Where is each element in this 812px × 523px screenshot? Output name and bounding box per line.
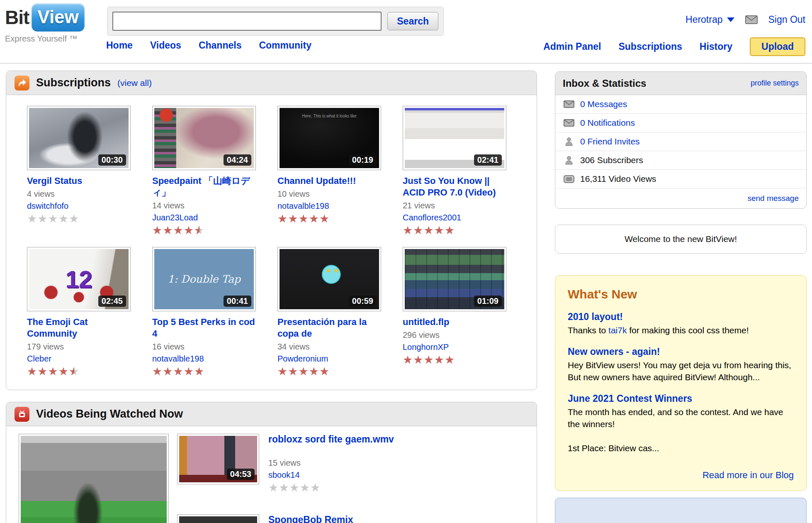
nav-home[interactable]: Home	[106, 40, 133, 51]
whats-new-box: What's New 2010 layout! Thanks to tai7k …	[555, 275, 807, 491]
video-uploader-link[interactable]: notavalble198	[152, 354, 277, 364]
news-item-heading-link[interactable]: New owners - again!	[568, 346, 660, 357]
video-title-link[interactable]: Channel Update!!!	[277, 175, 381, 188]
upload-button[interactable]: Upload	[750, 37, 805, 56]
inbox-messages-row: 0 Messages	[555, 95, 806, 114]
search-button[interactable]: Search	[387, 12, 438, 30]
video-views: 16 views	[152, 342, 277, 352]
nav-admin-panel[interactable]: Admin Panel	[543, 41, 601, 52]
video-rating-stars: ★★★★★	[277, 213, 330, 225]
logo-tagline: Express Yourself ™	[5, 34, 92, 44]
video-thumbnail[interactable]	[177, 514, 259, 523]
video-thumbnail[interactable]: 04:53	[177, 434, 259, 484]
read-more-blog-link[interactable]: Read more in our Blog	[568, 470, 794, 481]
video-rating-stars: ★★★★★	[277, 366, 330, 377]
video-views: 296 views	[403, 330, 528, 340]
logo-bit-text: Bit	[5, 6, 29, 29]
video-rating-stars: ★★★★★	[403, 225, 455, 236]
news-item-body: The month has ended, and so the contest.…	[568, 406, 794, 430]
news-item: June 2021 Contest Winners The month has …	[568, 393, 794, 430]
video-uploader-link[interactable]: dswitchfofo	[27, 201, 152, 211]
nav-history[interactable]: History	[700, 41, 732, 52]
news-body-text: Thanks to	[568, 325, 608, 335]
messages-link[interactable]: 0 Messages	[580, 99, 627, 109]
video-uploader-link[interactable]: Canoflores2001	[403, 213, 528, 222]
tai7k-user-link[interactable]: tai7k	[608, 325, 627, 335]
nav-videos[interactable]: Videos	[150, 40, 181, 51]
featured-video-thumbnail[interactable]: 02:55	[19, 434, 169, 523]
video-title-link[interactable]: robloxz sord fite gaem.wmv	[268, 434, 442, 445]
video-thumbnail[interactable]: 02:41	[403, 106, 506, 170]
video-duration-badge: 00:19	[349, 154, 377, 166]
video-uploader-link[interactable]: Powderonium	[277, 354, 403, 364]
video-thumbnail[interactable]: 12 02:45	[27, 247, 131, 311]
video-views: 15 views	[268, 458, 442, 468]
envelope-icon[interactable]	[745, 15, 758, 24]
news-item-heading-link[interactable]: June 2021 Contest Winners	[568, 393, 692, 404]
chevron-down-icon	[727, 17, 734, 22]
video-thumbnail[interactable]: 00:30	[27, 106, 131, 170]
video-thumbnail[interactable]: Here, This is what it looks like 00:19	[277, 106, 381, 170]
inbox-statistics-title: Inbox & Statistics	[563, 78, 646, 89]
username-label: Herotrap	[686, 14, 722, 25]
video-views: 4 views	[27, 189, 152, 199]
logo-view-badge: View	[32, 3, 84, 32]
nav-community[interactable]: Community	[259, 40, 311, 51]
person-icon	[563, 137, 575, 146]
video-title-link[interactable]: Top 5 Best Perks in cod 4	[152, 316, 256, 340]
inbox-notifications-row: 0 Notifications	[555, 114, 806, 132]
video-duration-badge: 01:09	[474, 296, 502, 307]
video-title-link[interactable]: Vergil Status	[27, 175, 131, 188]
watched-video-row: SpongeBob Remix	[177, 514, 442, 523]
video-duration-badge: 02:41	[474, 154, 502, 166]
inbox-statistics-panel: Inbox & Statistics profile settings 0 Me…	[555, 71, 807, 209]
video-views-count: 16,311 Video Views	[580, 174, 656, 184]
video-title-link[interactable]: Presentación para la copa de	[277, 316, 381, 340]
video-thumbnail[interactable]: 01:09	[403, 247, 506, 311]
subscriptions-title: Subscriptions	[36, 76, 111, 89]
video-duration-badge: 02:45	[98, 296, 126, 307]
video-uploader-link[interactable]: LonghornXP	[403, 342, 528, 352]
video-card: 02:41 Just So You Know || ACID PRO 7.0 (…	[403, 106, 528, 236]
thumbnail-art	[179, 516, 257, 523]
video-views: 21 views	[403, 201, 528, 210]
video-title-link[interactable]: untitled.flp	[403, 316, 506, 329]
nav-channels[interactable]: Channels	[199, 40, 242, 51]
inbox-friend-invites-row: 0 Friend Invites	[555, 132, 806, 151]
video-uploader-link[interactable]: sbook14	[268, 470, 442, 480]
video-title-link[interactable]: SpongeBob Remix	[268, 514, 442, 523]
whats-new-title: What's New	[568, 287, 794, 301]
video-card: Here, This is what it looks like 00:19 C…	[277, 106, 403, 236]
video-thumbnail[interactable]: 1: Double Tap 00:41	[152, 247, 256, 311]
video-title-link[interactable]: The Emoji Cat Community	[27, 316, 131, 340]
video-uploader-link[interactable]: Cleber	[27, 354, 152, 364]
video-views: 179 views	[27, 342, 152, 352]
video-rating-stars: ★★★★★★	[27, 366, 79, 377]
video-thumbnail[interactable]: 04:24	[152, 106, 256, 170]
notifications-link[interactable]: 0 Notifications	[580, 118, 635, 128]
news-item-heading-link[interactable]: 2010 layout!	[568, 311, 623, 322]
envelope-icon	[563, 100, 575, 108]
video-card: 01:09 untitled.flp 296 views LonghornXP …	[403, 247, 528, 377]
video-title-link[interactable]: Speedpaint 「山崎ロディ」	[152, 175, 256, 199]
subscriptions-icon	[15, 76, 29, 90]
video-card: 00:30 Vergil Status 4 views dswitchfofo …	[27, 106, 152, 236]
subscriptions-panel: Subscriptions (view all) 00:30 Vergil St…	[6, 71, 537, 390]
site-header: Bit View Express Yourself ™ Search Herot…	[0, 0, 812, 64]
bitview-logo[interactable]: Bit View Express Yourself ™	[5, 3, 92, 44]
video-thumbnail[interactable]: 00:59	[277, 247, 381, 311]
video-uploader-link[interactable]: Juan23Load	[152, 213, 277, 222]
nav-subscriptions[interactable]: Subscriptions	[618, 41, 682, 52]
video-duration-badge: 00:59	[349, 296, 377, 307]
video-uploader-link[interactable]: notavalble198	[277, 201, 403, 211]
envelope-icon	[563, 119, 575, 127]
search-input[interactable]	[112, 12, 382, 31]
friend-invites-link[interactable]: 0 Friend Invites	[580, 137, 640, 147]
video-title-link[interactable]: Just So You Know || ACID PRO 7.0 (Video)	[403, 175, 506, 199]
username-menu[interactable]: Herotrap	[686, 14, 734, 25]
subscriptions-view-all-link[interactable]: (view all)	[117, 78, 152, 88]
sign-out-link[interactable]: Sign Out	[768, 14, 806, 25]
profile-settings-link[interactable]: profile settings	[751, 79, 799, 88]
watched-now-icon	[15, 407, 29, 422]
send-message-link[interactable]: send message	[747, 194, 799, 203]
